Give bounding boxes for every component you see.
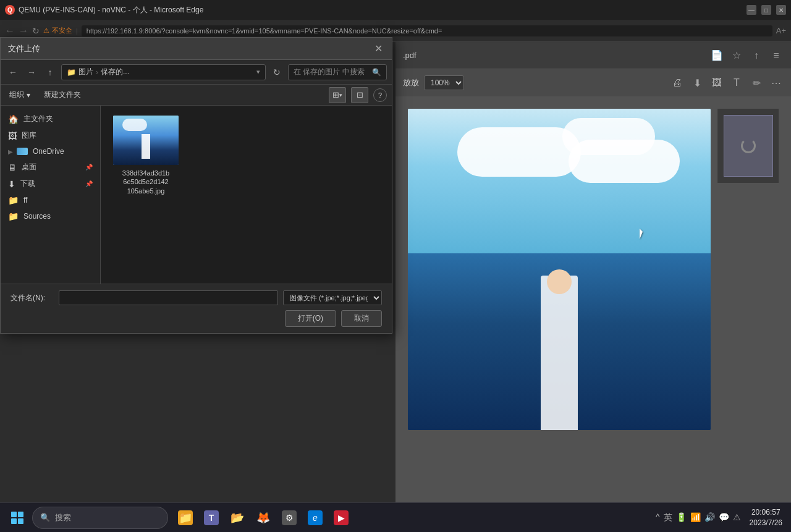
sidebar-ff-label: ff: [23, 196, 27, 205]
search-placeholder: 搜索: [55, 512, 71, 523]
pdf-text-btn[interactable]: T: [729, 75, 744, 90]
sidebar-item-sources[interactable]: 📁 Sources: [1, 208, 100, 224]
pdf-favorite-btn[interactable]: ☆: [729, 48, 744, 63]
pdf-thumbnail-panel: [717, 109, 779, 183]
warning-icon: ⚠: [43, 27, 49, 35]
desktop-icon: 🖥: [8, 163, 17, 172]
sidebar-item-onedrive[interactable]: ▶ OneDrive: [1, 144, 100, 159]
dialog-bottom: 文件名(N): 图像文件 (*.jpe;*.jpg;*.jpeg;*.c 打开(…: [1, 284, 392, 333]
taskbar-search[interactable]: 🔍 搜索: [32, 507, 168, 529]
windows-logo: [11, 512, 23, 524]
taskbar: 🔍 搜索 📁 T 📂 🦊 ⚙ e ▶ ^ 英 🔋 📶: [0, 502, 791, 532]
dialog-sidebar: 🏠 主文件夹 🖼 图库 ▶ OneDrive 🖥 桌面 📌 ⬇ 下载 📌: [1, 106, 101, 284]
downloads-icon: ⬇: [8, 179, 15, 189]
browser-maximize-btn[interactable]: □: [761, 5, 771, 15]
thumb-cloud1: [122, 119, 147, 131]
win-quad-2: [18, 512, 23, 517]
help-btn[interactable]: ?: [373, 88, 387, 102]
dialog-files-area: 338df34ad3d1b6e50d5e2d142105abe5.jpg: [101, 106, 392, 284]
browser-close-btn[interactable]: ✕: [776, 5, 786, 15]
systray-chevron[interactable]: ^: [656, 512, 660, 523]
view-toggle-btn[interactable]: ⊞ ▾: [329, 87, 346, 103]
pdf-draw-btn[interactable]: ✏: [749, 75, 764, 90]
address-bar[interactable]: https://192.168.1.9:8006/?console=kvm&no…: [82, 25, 772, 36]
cancel-btn[interactable]: 取消: [341, 310, 382, 327]
search-icon[interactable]: 🔍: [372, 68, 381, 77]
view-chevron: ▾: [339, 92, 342, 98]
clock-date: 2023/7/26: [750, 518, 782, 528]
taskbar-app-settings[interactable]: ⚙: [277, 505, 302, 530]
view-large-btn[interactable]: ⊡: [351, 87, 368, 103]
start-button[interactable]: [5, 505, 30, 530]
search-box: 在 保存的图片 中搜索 🔍: [288, 64, 387, 80]
browser-minimize-btn[interactable]: —: [747, 5, 756, 15]
sidebar-item-desktop[interactable]: 🖥 桌面 📌: [1, 159, 100, 175]
taskbar-app-teams[interactable]: T: [199, 505, 224, 530]
nav-forward-btn[interactable]: →: [24, 65, 39, 80]
systray-lang[interactable]: 英: [664, 512, 672, 523]
character-head: [547, 269, 572, 294]
nav-refresh-btn[interactable]: ↻: [269, 65, 284, 80]
pdf-download-btn[interactable]: ⬇: [690, 75, 704, 90]
file-thumbnail: [113, 116, 179, 165]
file-manager-icon: 📂: [230, 510, 245, 525]
breadcrumb-expand-btn[interactable]: ▾: [256, 68, 260, 76]
sidebar-downloads-label: 下载: [20, 179, 35, 189]
font-size-btn[interactable]: A+: [776, 26, 786, 35]
organize-btn[interactable]: 组织 ▾: [6, 88, 34, 102]
open-btn[interactable]: 打开(O): [285, 310, 336, 327]
taskbar-app-firefox[interactable]: 🦊: [251, 505, 276, 530]
address-separator: |: [76, 27, 78, 35]
taskbar-app-media[interactable]: ▶: [329, 505, 353, 530]
nav-back-btn[interactable]: ←: [6, 65, 20, 80]
search-placeholder-text: 在 保存的图片 中搜索: [294, 67, 365, 77]
systray-volume: 🔊: [704, 512, 715, 523]
sidebar-item-ff[interactable]: 📁 ff: [1, 192, 100, 208]
dialog-close-btn[interactable]: ✕: [372, 43, 384, 55]
sidebar-item-gallery[interactable]: 🖼 图库: [1, 127, 100, 144]
taskbar-app-file-explorer[interactable]: 📁: [173, 505, 198, 530]
view-large-icon: ⊡: [357, 90, 363, 99]
pdf-zoom-select[interactable]: 100%: [424, 75, 464, 90]
file-item[interactable]: 338df34ad3d1b6e50d5e2d142105abe5.jpg: [106, 111, 186, 200]
pdf-reader-view-btn[interactable]: 📄: [709, 48, 724, 63]
systray: ^ 英 🔋 📶 🔊 💬 ⚠ 20:06:57 2023/7/26: [656, 507, 786, 528]
pdf-more-btn[interactable]: ⋯: [769, 75, 784, 90]
file-explorer-icon: 📁: [178, 510, 193, 525]
clock-time: 20:06:57: [750, 507, 782, 518]
sidebar-home-label: 主文件夹: [23, 114, 53, 124]
character: [522, 245, 596, 430]
cloud-3: [569, 140, 680, 183]
browser-window-controls[interactable]: — □ ✕: [747, 5, 786, 15]
nav-back-btn[interactable]: ←: [5, 25, 15, 36]
pdf-print-btn[interactable]: 🖨: [670, 75, 685, 90]
nav-refresh-btn[interactable]: ↻: [32, 26, 40, 36]
thumb-char: [142, 134, 150, 159]
edge-icon: e: [308, 510, 323, 525]
downloads-pin-icon: 📌: [85, 180, 93, 187]
taskbar-app-edge[interactable]: e: [303, 505, 328, 530]
new-folder-btn[interactable]: 新建文件夹: [39, 88, 86, 102]
sidebar-item-home[interactable]: 🏠 主文件夹: [1, 111, 100, 127]
sidebar-item-downloads[interactable]: ⬇ 下载 📌: [1, 175, 100, 192]
nav-up-btn[interactable]: ↑: [43, 65, 57, 80]
firefox-icon: 🦊: [256, 510, 271, 525]
filename-row: 文件名(N): 图像文件 (*.jpe;*.jpg;*.jpeg;*.c: [11, 290, 382, 305]
pdf-image-btn[interactable]: 🖼: [709, 75, 724, 90]
sky-bg: [408, 109, 711, 253]
filetype-select[interactable]: 图像文件 (*.jpe;*.jpg;*.jpeg;*.c: [283, 290, 382, 305]
pdf-view-toolbar: 放放 100% 🖨 ⬇ 🖼 T ✏ ⋯: [396, 69, 791, 96]
pdf-share-btn[interactable]: ↑: [749, 48, 764, 63]
nav-forward-btn[interactable]: →: [19, 25, 28, 36]
dialog-secondary-toolbar: 组织 ▾ 新建文件夹 ⊞ ▾ ⊡ ?: [1, 85, 392, 106]
taskbar-clock[interactable]: 20:06:57 2023/7/26: [746, 507, 786, 528]
systray-notif2: ⚠: [733, 512, 741, 523]
thumb-bg: [113, 116, 179, 165]
pdf-thumbnail[interactable]: [724, 115, 773, 177]
win-quad-4: [18, 518, 23, 524]
sidebar-onedrive-label: OneDrive: [33, 147, 64, 156]
pdf-settings-btn[interactable]: ≡: [769, 48, 784, 63]
filename-input[interactable]: [59, 290, 278, 305]
sidebar-sources-label: Sources: [23, 212, 51, 221]
taskbar-app-file-manager[interactable]: 📂: [225, 505, 250, 530]
